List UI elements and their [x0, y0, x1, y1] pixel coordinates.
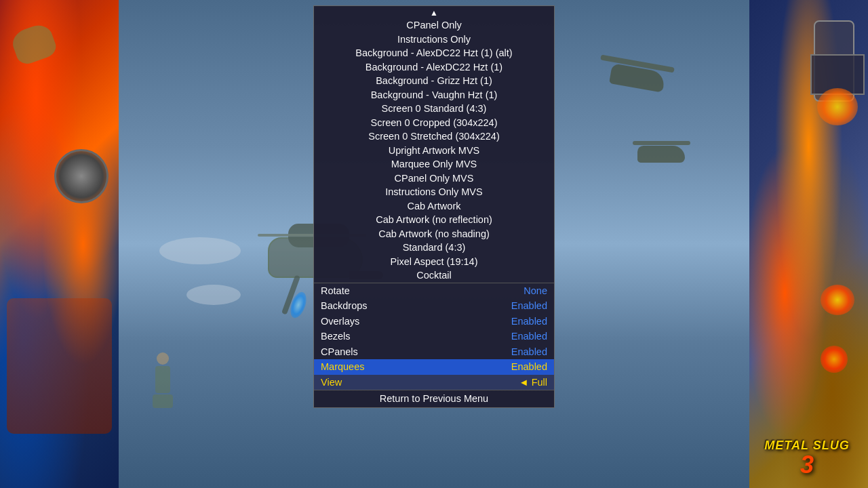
overlays-setting[interactable]: Overlays Enabled [314, 314, 554, 329]
menu-item-bg-grizz[interactable]: Background - Grizz Hzt (1) [314, 74, 554, 88]
rotate-label: Rotate [321, 286, 350, 296]
bg-left-panel [0, 0, 119, 488]
bezels-label: Bezels [321, 331, 351, 342]
menu-item-instructions-mvs[interactable]: Instructions Only MVS [314, 185, 554, 199]
marquees-value: Enabled [511, 362, 547, 372]
menu-item-cpanel-mvs[interactable]: CPanel Only MVS [314, 171, 554, 186]
menu-item-bg-vaughn[interactable]: Background - Vaughn Hzt (1) [314, 88, 554, 102]
cpanels-setting[interactable]: CPanels Enabled [314, 344, 554, 360]
overlays-value: Enabled [511, 317, 547, 327]
rotate-value: None [524, 286, 547, 296]
menu-item-screen0-stretched[interactable]: Screen 0 Stretched (304x224) [314, 129, 554, 144]
menu-list: CPanel Only Instructions Only Background… [314, 18, 554, 283]
cpanels-value: Enabled [511, 347, 547, 357]
menu-item-cab-artwork-no-reflection[interactable]: Cab Artwork (no reflection) [314, 213, 554, 227]
menu-item-marquee-mvs[interactable]: Marquee Only MVS [314, 157, 554, 171]
menu-item-cocktail[interactable]: Cocktail [314, 268, 554, 283]
menu-item-pixel-aspect[interactable]: Pixel Aspect (19:14) [314, 255, 554, 269]
menu-item-instructions-only[interactable]: Instructions Only [314, 33, 554, 47]
menu-item-cab-artwork-no-shading[interactable]: Cab Artwork (no shading) [314, 227, 554, 241]
marquees-label: Marquees [321, 362, 364, 372]
return-menu-item[interactable]: Return to Previous Menu [314, 390, 554, 407]
cpanels-label: CPanels [321, 347, 358, 357]
overlays-label: Overlays [321, 317, 359, 327]
menu-item-bg-alexdc22-alt[interactable]: Background - AlexDC22 Hzt (1) (alt) [314, 46, 554, 60]
backdrops-label: Backdrops [321, 301, 368, 311]
menu-item-cab-artwork[interactable]: Cab Artwork [314, 199, 554, 214]
bg-right-panel [749, 0, 868, 488]
settings-section: Rotate None Backdrops Enabled Overlays E… [314, 283, 554, 390]
backdrops-value: Enabled [511, 301, 547, 311]
rotate-setting[interactable]: Rotate None [314, 283, 554, 299]
view-value: ◄ Full [519, 378, 547, 388]
bezels-setting[interactable]: Bezels Enabled [314, 329, 554, 344]
marquees-setting[interactable]: Marquees Enabled [314, 359, 554, 375]
menu-item-cpanel-only[interactable]: CPanel Only [314, 18, 554, 33]
view-setting[interactable]: View ◄ Full [314, 375, 554, 390]
menu-item-bg-alexdc22[interactable]: Background - AlexDC22 Hzt (1) [314, 60, 554, 75]
logo-number: 3 [800, 453, 814, 477]
logo-area: METAL SLUG 3 [753, 434, 861, 481]
menu-item-screen0-standard[interactable]: Screen 0 Standard (4:3) [314, 102, 554, 116]
menu-container: ▲ CPanel Only Instructions Only Backgrou… [313, 5, 555, 408]
backdrops-setting[interactable]: Backdrops Enabled [314, 298, 554, 314]
scroll-up-arrow[interactable]: ▲ [314, 6, 554, 18]
bezels-value: Enabled [511, 331, 547, 342]
menu-item-upright-mvs[interactable]: Upright Artwork MVS [314, 144, 554, 158]
menu-item-screen0-cropped[interactable]: Screen 0 Cropped (304x224) [314, 116, 554, 130]
view-label: View [321, 378, 342, 388]
menu-item-standard[interactable]: Standard (4:3) [314, 241, 554, 255]
